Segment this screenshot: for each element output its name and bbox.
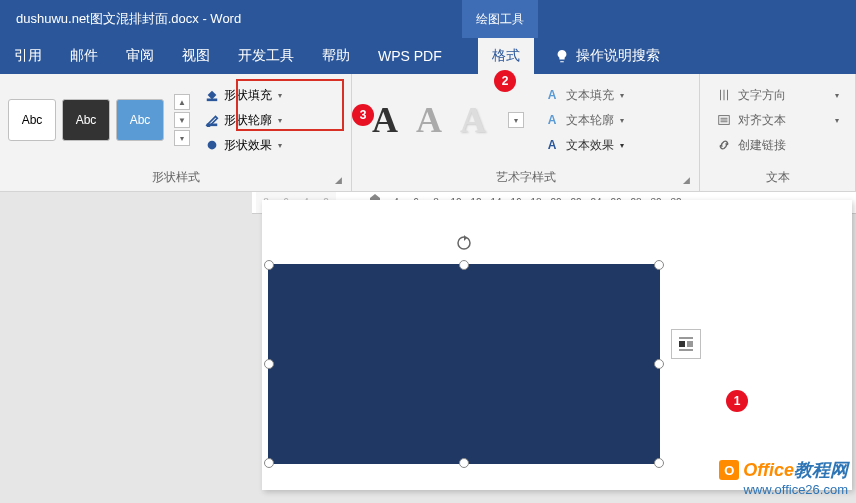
resize-handle-s[interactable] — [459, 458, 469, 468]
group-label-text: 文本 — [700, 166, 855, 191]
watermark-icon: O — [719, 460, 739, 480]
text-effects-icon: A — [544, 137, 560, 153]
wordart-preset-3[interactable]: A — [460, 99, 486, 141]
resize-handle-w[interactable] — [264, 359, 274, 369]
gallery-up-button[interactable]: ▲ — [174, 94, 190, 110]
text-outline-icon: A — [544, 112, 560, 128]
annotation-marker-1: 1 — [726, 390, 748, 412]
svg-rect-5 — [679, 341, 685, 347]
tab-help[interactable]: 帮助 — [308, 38, 364, 74]
shape-style-preset-2[interactable]: Abc — [62, 99, 110, 141]
tab-review[interactable]: 审阅 — [112, 38, 168, 74]
resize-handle-e[interactable] — [654, 359, 664, 369]
shape-style-preset-3[interactable]: Abc — [116, 99, 164, 141]
shape-outline-button[interactable]: 形状轮廓▾ — [198, 109, 288, 132]
wordart-gallery-scroll: ▾ — [508, 112, 524, 128]
svg-rect-1 — [207, 124, 218, 127]
tab-view[interactable]: 视图 — [168, 38, 224, 74]
ribbon-tabs: 引用 邮件 审阅 视图 开发工具 帮助 WPS PDF 格式 操作说明搜索 — [0, 38, 856, 74]
align-text-button[interactable]: 对齐文本▾ — [708, 109, 847, 132]
left-gutter — [0, 192, 252, 503]
rotation-handle[interactable] — [456, 235, 472, 251]
paint-bucket-icon — [204, 87, 220, 103]
title-bar: dushuwu.net图文混排封面.docx - Word 绘图工具 — [0, 0, 856, 38]
tab-mailings[interactable]: 邮件 — [56, 38, 112, 74]
tell-me-search[interactable]: 操作说明搜索 — [554, 47, 660, 65]
svg-point-2 — [208, 141, 217, 150]
watermark-url: www.office26.com — [719, 482, 848, 497]
shape-fill-button[interactable]: 形状填充▾ — [198, 84, 288, 107]
group-label-shape-styles: 形状样式 — [0, 166, 351, 191]
pen-icon — [204, 112, 220, 128]
group-label-wordart-styles: 艺术字样式 — [352, 166, 699, 191]
annotation-marker-2: 2 — [494, 70, 516, 92]
tab-wps-pdf[interactable]: WPS PDF — [364, 38, 456, 74]
resize-handle-n[interactable] — [459, 260, 469, 270]
ribbon: Abc Abc Abc ▲ ▼ ▾ 形状填充▾ 形状轮廓▾ — [0, 74, 856, 192]
document-area: 8 6 4 2 2 4 6 8 10 12 14 16 18 20 22 24 … — [0, 192, 856, 503]
resize-handle-se[interactable] — [654, 458, 664, 468]
effects-icon — [204, 137, 220, 153]
tab-references[interactable]: 引用 — [0, 38, 56, 74]
create-link-button[interactable]: 创建链接 — [708, 134, 847, 157]
text-fill-button[interactable]: A 文本填充▾ — [536, 84, 632, 107]
selected-rectangle-shape[interactable] — [268, 264, 660, 464]
wordart-styles-dialog-launcher[interactable]: ◢ — [683, 175, 695, 187]
svg-rect-0 — [207, 99, 218, 102]
shape-styles-dialog-launcher[interactable]: ◢ — [335, 175, 347, 187]
text-effects-button[interactable]: A 文本效果▾ — [536, 134, 632, 157]
wordart-gallery-more-button[interactable]: ▾ — [508, 112, 524, 128]
contextual-tab-label: 绘图工具 — [462, 0, 538, 38]
resize-handle-sw[interactable] — [264, 458, 274, 468]
text-direction-icon — [716, 87, 732, 103]
annotation-marker-3: 3 — [352, 104, 374, 126]
canvas[interactable]: 8 6 4 2 2 4 6 8 10 12 14 16 18 20 22 24 … — [252, 192, 856, 503]
shape-effects-button[interactable]: 形状效果▾ — [198, 134, 288, 157]
gallery-down-button[interactable]: ▼ — [174, 112, 190, 128]
group-text: 文字方向▾ 对齐文本▾ 创建链接 文本 — [700, 74, 856, 191]
shape-style-gallery[interactable]: Abc Abc Abc ▲ ▼ ▾ — [8, 94, 190, 146]
document-title: dushuwu.net图文混排封面.docx - Word — [0, 10, 241, 28]
group-wordart-styles: A A A ▾ A 文本填充▾ A 文本轮廓▾ A 文本效果▾ — [352, 74, 700, 191]
tab-developer[interactable]: 开发工具 — [224, 38, 308, 74]
page[interactable] — [262, 200, 852, 490]
watermark: O Office教程网 www.office26.com — [719, 458, 848, 497]
wordart-preset-1[interactable]: A — [372, 99, 398, 141]
link-icon — [716, 137, 732, 153]
resize-handle-ne[interactable] — [654, 260, 664, 270]
resize-handle-nw[interactable] — [264, 260, 274, 270]
group-shape-styles: Abc Abc Abc ▲ ▼ ▾ 形状填充▾ 形状轮廓▾ — [0, 74, 352, 191]
text-direction-button[interactable]: 文字方向▾ — [708, 84, 847, 107]
gallery-scroll: ▲ ▼ ▾ — [174, 94, 190, 146]
layout-options-icon — [677, 335, 695, 353]
lightbulb-icon — [554, 48, 570, 64]
text-fill-icon: A — [544, 87, 560, 103]
gallery-more-button[interactable]: ▾ — [174, 130, 190, 146]
wordart-preset-2[interactable]: A — [416, 99, 442, 141]
layout-options-button[interactable] — [671, 329, 701, 359]
wordart-gallery[interactable]: A A A ▾ — [360, 99, 536, 141]
tab-format[interactable]: 格式 — [478, 38, 534, 74]
text-outline-button[interactable]: A 文本轮廓▾ — [536, 109, 632, 132]
align-text-icon — [716, 112, 732, 128]
shape-style-preset-1[interactable]: Abc — [8, 99, 56, 141]
